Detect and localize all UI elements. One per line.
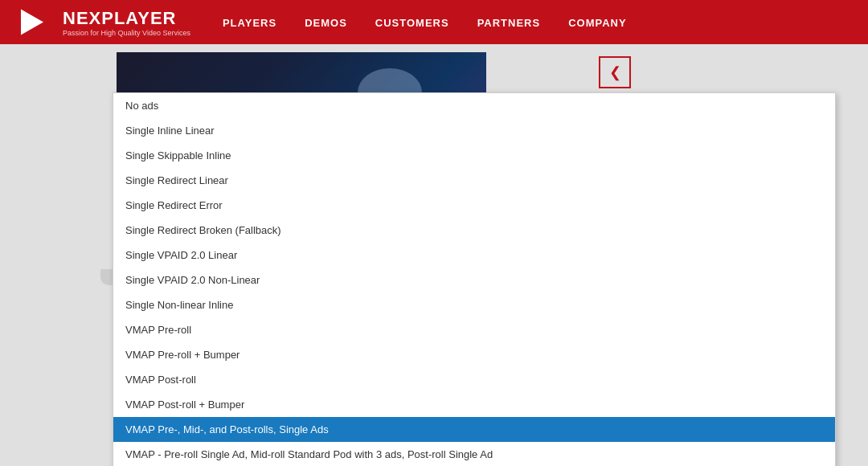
dropdown-item[interactable]: VMAP Pre-roll + Bumper [113, 342, 835, 367]
nav-item-players[interactable]: PLAYERS [223, 15, 276, 30]
nav-item-demos[interactable]: DEMOS [305, 15, 347, 30]
dropdown-item[interactable]: VMAP Pre-, Mid-, and Post-rolls, Single … [113, 417, 835, 442]
main-content: ⏸ 🔇 1:30/14:4 ❮ Ad Samples: VM [0, 44, 868, 466]
dropdown-item[interactable]: Single Skippable Inline [113, 143, 835, 168]
nav-link-players[interactable]: PLAYERS [223, 17, 276, 29]
logo-icon [16, 6, 48, 39]
nav-item-customers[interactable]: CUSTOMERS [375, 15, 449, 30]
nav-link-company[interactable]: COMPANY [568, 17, 626, 29]
nav-link-demos[interactable]: DEMOS [305, 17, 347, 29]
dropdown-item[interactable]: VMAP - Pre-roll Single Ad, Mid-roll Stan… [113, 442, 835, 466]
dropdown-item[interactable]: Single Redirect Error [113, 193, 835, 218]
logo-text-area: NEXPLAYER Passion for High Quality Video… [63, 8, 190, 37]
logo-tagline: Passion for High Quality Video Services [63, 29, 190, 37]
dropdown-item[interactable]: No ads [113, 93, 835, 118]
dropdown-item[interactable]: VMAP Post-roll + Bumper [113, 392, 835, 417]
nav-links: PLAYERS DEMOS CUSTOMERS PARTNERS COMPANY [223, 15, 627, 30]
dropdown-item[interactable]: VMAP Post-roll [113, 367, 835, 392]
logo: NEXPLAYER Passion for High Quality Video… [16, 6, 190, 39]
dropdown-menu: No adsSingle Inline LinearSingle Skippab… [113, 92, 836, 466]
dropdown-item[interactable]: Single Redirect Linear [113, 168, 835, 193]
nav-link-partners[interactable]: PARTNERS [477, 17, 541, 29]
dropdown-item[interactable]: Single VPAID 2.0 Non-Linear [113, 268, 835, 292]
dropdown-item[interactable]: Single Inline Linear [113, 118, 835, 143]
logo-name: NEXPLAYER [63, 8, 190, 29]
nav-item-partners[interactable]: PARTNERS [477, 15, 541, 30]
dropdown-item[interactable]: Single Redirect Broken (Fallback) [113, 218, 835, 243]
dropdown-item[interactable]: VMAP Pre-roll [113, 317, 835, 342]
back-button[interactable]: ❮ [599, 56, 631, 88]
nav-item-company[interactable]: COMPANY [568, 15, 626, 30]
navigation: NEXPLAYER Passion for High Quality Video… [0, 0, 868, 44]
dropdown-item[interactable]: Single VPAID 2.0 Linear [113, 243, 835, 268]
dropdown-item[interactable]: Single Non-linear Inline [113, 292, 835, 317]
nav-link-customers[interactable]: CUSTOMERS [375, 17, 449, 29]
